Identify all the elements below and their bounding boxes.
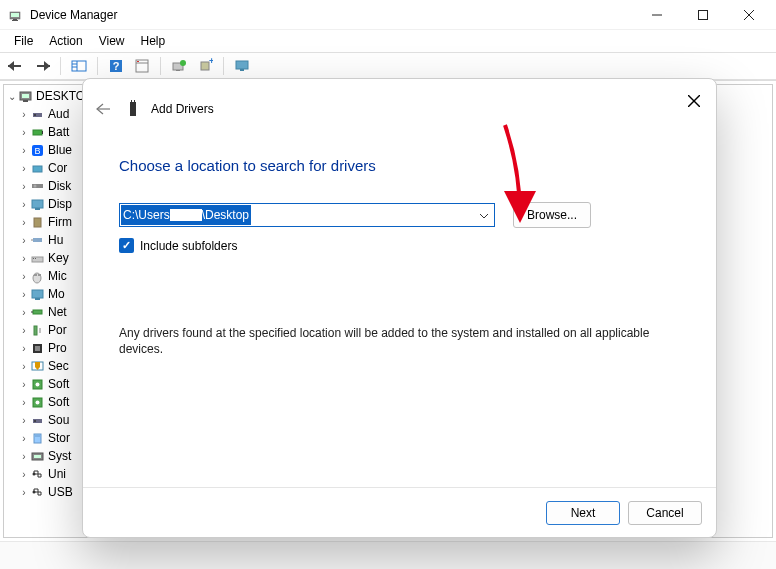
tree-item[interactable]: ›Soft	[6, 393, 92, 411]
device-category-icon	[30, 107, 45, 122]
scan-hardware-button[interactable]	[167, 55, 191, 77]
svg-rect-40	[32, 200, 43, 208]
tree-item[interactable]: ›BBlue	[6, 141, 92, 159]
tree-item-label: Sec	[48, 359, 69, 373]
maximize-button[interactable]	[680, 0, 726, 30]
tree-item-label: Uni	[48, 467, 66, 481]
tree-item[interactable]: ›Net	[6, 303, 92, 321]
tree-item[interactable]: ›Disp	[6, 195, 92, 213]
tree-item[interactable]: ›Stor	[6, 429, 92, 447]
device-category-icon	[30, 485, 45, 500]
svg-rect-69	[34, 455, 41, 458]
close-window-button[interactable]	[726, 0, 772, 30]
tree-item-label: Hu	[48, 233, 63, 247]
tree-item-label: Firm	[48, 215, 72, 229]
svg-point-63	[36, 400, 40, 404]
tree-item-label: USB	[48, 485, 73, 499]
tree-item[interactable]: ›Uni	[6, 465, 92, 483]
device-category-icon	[30, 197, 45, 212]
tree-item[interactable]: ›Cor	[6, 159, 92, 177]
tree-item[interactable]: ›Soft	[6, 375, 92, 393]
menu-help[interactable]: Help	[133, 32, 174, 50]
device-category-icon	[30, 413, 45, 428]
nav-forward-button[interactable]	[30, 55, 54, 77]
tree-item-label: Key	[48, 251, 69, 265]
tree-root[interactable]: ⌄DESKTO	[6, 87, 92, 105]
device-category-icon: B	[30, 143, 45, 158]
chevron-down-icon[interactable]	[474, 208, 494, 222]
tree-item[interactable]: ›Disk	[6, 177, 92, 195]
device-category-icon	[30, 269, 45, 284]
svg-rect-76	[131, 100, 132, 102]
svg-rect-43	[33, 238, 42, 242]
tree-item[interactable]: ›Aud	[6, 105, 92, 123]
device-category-icon	[30, 305, 45, 320]
svg-point-71	[33, 490, 36, 493]
dialog-heading: Choose a location to search for drivers	[119, 157, 680, 174]
svg-rect-42	[34, 218, 41, 227]
tree-item[interactable]: ›USB	[6, 483, 92, 501]
svg-rect-45	[32, 257, 43, 262]
cancel-button[interactable]: Cancel	[628, 501, 702, 525]
tree-item-label: Por	[48, 323, 67, 337]
svg-rect-47	[35, 258, 36, 259]
dialog-close-button[interactable]	[682, 89, 706, 113]
svg-rect-66	[34, 434, 41, 443]
title-bar: Device Manager	[0, 0, 776, 30]
minimize-button[interactable]	[634, 0, 680, 30]
svg-rect-27	[240, 69, 244, 71]
svg-rect-30	[23, 100, 28, 102]
device-category-icon	[30, 395, 45, 410]
tree-item[interactable]: ›Firm	[6, 213, 92, 231]
svg-point-70	[33, 472, 36, 475]
tree-item[interactable]: ›Mic	[6, 267, 92, 285]
svg-rect-1	[11, 13, 19, 17]
svg-rect-29	[22, 94, 29, 98]
properties-button[interactable]	[130, 55, 154, 77]
tree-item[interactable]: ›Key	[6, 249, 92, 267]
tree-panel[interactable]: ⌄DESKTO›Aud›Batt›BBlue›Cor›Disk›Disp›Fir…	[3, 84, 93, 538]
path-prefix: C:\Users	[123, 208, 170, 222]
tree-item[interactable]: ›Sec	[6, 357, 92, 375]
tree-item[interactable]: ›Pro	[6, 339, 92, 357]
dialog-back-button[interactable]	[91, 97, 115, 121]
tree-item-label: Soft	[48, 377, 69, 391]
tree-item[interactable]: ›Hu	[6, 231, 92, 249]
computer-icon	[18, 89, 33, 104]
path-combobox[interactable]: C:\Users\Desktop	[119, 203, 495, 227]
next-button[interactable]: Next	[546, 501, 620, 525]
tree-item[interactable]: ›Por	[6, 321, 92, 339]
toolbar-separator	[223, 57, 224, 75]
menu-view[interactable]: View	[91, 32, 133, 50]
svg-rect-9	[8, 65, 21, 67]
app-icon	[8, 7, 24, 23]
menu-file[interactable]: File	[6, 32, 41, 50]
tree-item-label: Soft	[48, 395, 69, 409]
show-hide-console-button[interactable]	[67, 55, 91, 77]
tree-item[interactable]: ›Sou	[6, 411, 92, 429]
browse-button[interactable]: Browse...	[513, 202, 591, 228]
tree-item-label: Cor	[48, 161, 67, 175]
svg-rect-2	[13, 19, 17, 20]
tree-item[interactable]: ›Batt	[6, 123, 92, 141]
device-category-icon	[30, 215, 45, 230]
tree-item[interactable]: ›Syst	[6, 447, 92, 465]
svg-rect-46	[33, 258, 34, 259]
tree-item-label: Syst	[48, 449, 71, 463]
nav-back-button[interactable]	[4, 55, 28, 77]
svg-rect-5	[699, 10, 708, 19]
dialog-description: Any drivers found at the specified locat…	[119, 325, 680, 357]
svg-rect-51	[32, 290, 43, 298]
svg-text:B: B	[34, 146, 40, 156]
device-category-icon	[30, 251, 45, 266]
tree-item[interactable]: ›Mo	[6, 285, 92, 303]
svg-point-65	[34, 420, 36, 422]
devices-button[interactable]	[230, 55, 254, 77]
tree-item-label: Disp	[48, 197, 72, 211]
menu-bar: File Action View Help	[0, 30, 776, 52]
menu-action[interactable]: Action	[41, 32, 90, 50]
device-category-icon	[30, 233, 45, 248]
help-button[interactable]: ?	[104, 55, 128, 77]
include-subfolders-checkbox[interactable]: ✓	[119, 238, 134, 253]
add-driver-button[interactable]: +	[193, 55, 217, 77]
